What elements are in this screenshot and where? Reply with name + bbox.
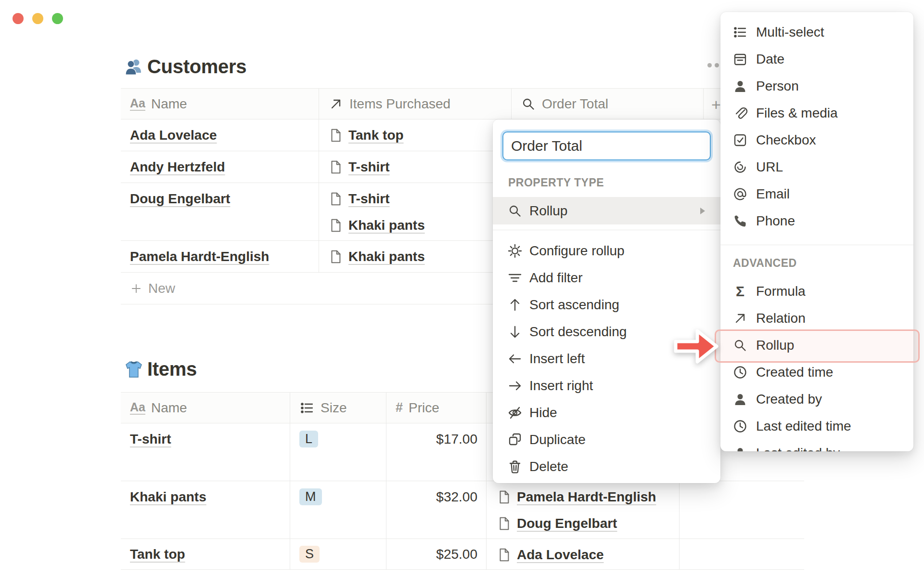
type-menu-item-url[interactable]: URL — [720, 154, 913, 181]
date-icon — [732, 51, 748, 67]
type-menu-item-created-by[interactable]: Created by — [720, 386, 913, 413]
price-value[interactable]: $17.00 — [396, 432, 479, 447]
property-type-section-label: PROPERTY TYPE — [508, 176, 720, 190]
purchaser-link[interactable]: Ada Lovelace — [517, 547, 604, 563]
menu-divider — [493, 230, 720, 230]
menu-item-duplicate[interactable]: Duplicate — [493, 426, 720, 453]
price-value[interactable]: $25.00 — [396, 547, 479, 562]
customers-db-title: Customers — [147, 56, 246, 78]
menu-item-sort-ascending[interactable]: Sort ascending — [493, 291, 720, 318]
column-header-price[interactable]: # Price — [386, 393, 487, 423]
type-menu-item-date[interactable]: Date — [720, 46, 913, 73]
property-type-menu: Multi-select Date Person Files & media C… — [720, 12, 913, 451]
table-row: Khaki pantsM$32.00 Pamela Hardt-English … — [121, 481, 804, 539]
type-menu-item-person[interactable]: Person — [720, 73, 913, 100]
page-icon — [328, 250, 343, 264]
type-menu-item-last-edited-by[interactable]: Last edited by — [720, 440, 913, 451]
traffic-light-zoom[interactable] — [52, 13, 63, 24]
column-header-name[interactable]: Aa Name — [121, 89, 319, 119]
column-header-order-total[interactable]: Order Total — [512, 89, 704, 119]
select-icon — [299, 400, 315, 416]
multi-select-icon — [732, 24, 748, 40]
size-chip[interactable]: M — [299, 488, 322, 505]
customer-name-link[interactable]: Doug Engelbart — [130, 191, 230, 207]
advanced-section-label: ADVANCED — [733, 257, 913, 270]
person-icon — [732, 78, 748, 94]
relation-icon — [328, 96, 344, 112]
menu-item-configure-rollup[interactable]: Configure rollup — [493, 237, 720, 264]
menu-item-add-filter[interactable]: Add filter — [493, 264, 720, 291]
arrow-left-icon — [507, 351, 523, 367]
add-column-button[interactable]: + — [711, 95, 721, 114]
customer-name-link[interactable]: Andy Hertzfeld — [130, 159, 225, 175]
relation-item-link[interactable]: T-shirt — [348, 191, 390, 207]
type-menu-item-last-edited-time[interactable]: Last edited time — [720, 413, 913, 440]
column-header-size[interactable]: Size — [290, 393, 386, 423]
arrow-down-icon — [507, 324, 523, 340]
item-name-link[interactable]: T-shirt — [130, 432, 171, 447]
purchaser-link[interactable]: Pamela Hardt-English — [517, 489, 656, 505]
traffic-light-minimize[interactable] — [32, 13, 43, 24]
size-chip[interactable]: L — [299, 431, 318, 447]
menu-item-delete[interactable]: Delete — [493, 453, 720, 480]
type-menu-item-email[interactable]: Email — [720, 181, 913, 208]
eye-off-icon — [507, 405, 523, 420]
chevron-right-icon — [694, 203, 710, 219]
type-menu-item-rollup[interactable]: Rollup — [720, 332, 913, 359]
purchaser-link[interactable]: Doug Engelbart — [517, 516, 617, 531]
customer-name-link[interactable]: Ada Lovelace — [130, 128, 217, 143]
column-header-items-purchased[interactable]: Items Purchased — [319, 89, 512, 119]
price-value[interactable]: $32.00 — [396, 489, 479, 505]
text-icon: Aa — [130, 97, 145, 111]
property-name-input[interactable]: Order Total — [502, 131, 711, 160]
size-chip[interactable]: S — [299, 546, 320, 563]
customers-header-row: Aa Name Items Purchased Order Total — [121, 88, 722, 119]
arrow-up-icon — [507, 297, 523, 313]
type-menu-item-relation[interactable]: Relation — [720, 305, 913, 332]
page-icon — [497, 490, 511, 504]
relation-item-link[interactable]: T-shirt — [348, 159, 390, 175]
relation-icon — [732, 310, 748, 327]
selected-type-label: Rollup — [529, 203, 688, 219]
email-icon — [732, 186, 748, 202]
rollup-icon — [732, 337, 748, 354]
menu-item-sort-descending[interactable]: Sort descending — [493, 318, 720, 345]
duplicate-icon — [507, 432, 523, 447]
item-name-link[interactable]: Tank top — [130, 547, 185, 562]
relation-item-link[interactable]: Khaki pants — [348, 249, 425, 264]
property-type-selected-rollup[interactable]: Rollup — [493, 197, 720, 224]
customer-name-link[interactable]: Pamela Hardt-English — [130, 249, 269, 264]
page-icon — [328, 218, 343, 233]
checkbox-icon — [732, 132, 748, 148]
filter-icon — [507, 270, 523, 286]
menu-item-hide[interactable]: Hide — [493, 399, 720, 426]
relation-item-link[interactable]: Khaki pants — [348, 218, 425, 233]
page-icon — [497, 548, 511, 562]
tshirt-icon — [123, 359, 144, 380]
column-header-name[interactable]: Aa Name — [121, 393, 290, 423]
type-menu-item-multi-select[interactable]: Multi-select — [720, 19, 913, 46]
menu-item-insert-right[interactable]: Insert right — [493, 372, 720, 399]
menu-divider — [720, 245, 913, 245]
text-icon: Aa — [130, 401, 145, 415]
relation-item-link[interactable]: Tank top — [348, 128, 404, 143]
arrow-right-icon — [507, 378, 523, 394]
table-row: Tank topS$25.00 Ada Lovelace — [121, 539, 804, 570]
items-db-title: Items — [147, 358, 197, 380]
plus-icon — [130, 282, 142, 295]
traffic-light-close[interactable] — [13, 13, 24, 24]
menu-item-insert-left[interactable]: Insert left — [493, 345, 720, 372]
type-menu-item-phone[interactable]: Phone — [720, 208, 913, 235]
type-menu-item-created-time[interactable]: Created time — [720, 359, 913, 386]
property-edit-menu: Order Total PROPERTY TYPE Rollup Configu… — [493, 119, 720, 483]
type-menu-item-formula[interactable]: Σ Formula — [720, 278, 913, 305]
rollup-icon — [507, 203, 523, 219]
type-menu-item-files-media[interactable]: Files & media — [720, 100, 913, 127]
gear-icon — [507, 243, 523, 259]
clock-icon — [732, 364, 748, 381]
people-icon — [123, 56, 144, 78]
files-icon — [732, 105, 748, 121]
type-menu-item-checkbox[interactable]: Checkbox — [720, 127, 913, 154]
item-name-link[interactable]: Khaki pants — [130, 489, 206, 505]
page-icon — [497, 516, 511, 531]
